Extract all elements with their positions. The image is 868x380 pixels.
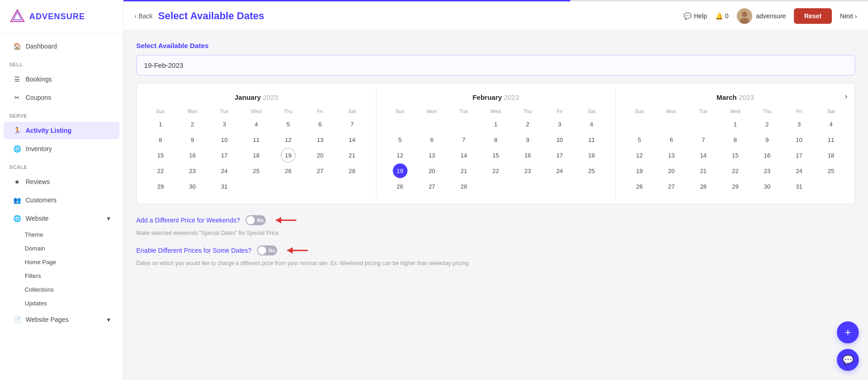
progress-bar-track <box>123 0 868 1</box>
section-scale-label: Scale <box>0 158 123 173</box>
sidebar-item-activity-listing[interactable]: 🏃 Activity Listing <box>4 122 119 139</box>
chevron-down-icon: ▾ <box>107 215 110 222</box>
progress-bar-fill <box>123 0 570 1</box>
section-sell-label: Sell <box>0 55 123 70</box>
sidebar-item-homepage[interactable]: Home Page <box>19 255 121 269</box>
back-arrow-icon: ‹ <box>134 12 137 20</box>
calendar-next-button[interactable]: › <box>845 92 847 101</box>
bell-icon: 🔔 <box>715 12 723 20</box>
coupons-icon: ✂ <box>13 93 21 102</box>
next-button[interactable]: Next › <box>840 12 857 20</box>
special-dates-arrow-indicator <box>283 244 310 257</box>
fab-chat-button[interactable]: 💬 <box>837 349 859 371</box>
customers-icon: 👥 <box>13 196 21 204</box>
date-section-title: Select Available Dates <box>136 42 855 49</box>
sidebar: ADVENSURE 🏠 Dashboard Sell ☰ Bookings ✂ … <box>0 0 123 380</box>
cal-march-header: March 2023 <box>624 93 847 101</box>
cal-january-dow: Sun Mon Tue Wed Thu Fri Sat 1 2 3 4 5 6 … <box>145 107 368 194</box>
sidebar-item-bookings[interactable]: ☰ Bookings <box>4 71 119 88</box>
weekend-price-label: Add a Different Price for Weekends? <box>136 217 240 224</box>
notification-button[interactable]: 🔔 0 <box>715 12 729 20</box>
weekend-price-toggle[interactable]: No <box>246 215 266 225</box>
sidebar-item-website[interactable]: 🌐 Website ▾ <box>4 210 119 227</box>
inventory-icon: 🌐 <box>13 145 21 153</box>
user-menu[interactable]: advensure <box>737 8 786 24</box>
section-serve-label: Serve <box>0 107 123 121</box>
help-button[interactable]: 💬 Help <box>684 12 707 20</box>
weekend-price-toggle-row: Add a Different Price for Weekends? No <box>136 213 855 227</box>
avatar <box>737 8 752 24</box>
next-arrow-icon: › <box>855 12 857 20</box>
cal-feb-19-selected[interactable]: 19 <box>393 163 407 178</box>
special-dates-label: Enable Different Prices for Some Dates? <box>136 247 252 254</box>
weekend-price-no-label: No <box>257 217 264 223</box>
chat-icon: 💬 <box>684 12 691 20</box>
logo-area: ADVENSURE <box>0 0 123 33</box>
special-dates-desc: Dates on which you would like to charge … <box>136 260 855 266</box>
weekend-arrow-indicator <box>271 213 299 227</box>
activity-icon: 🏃 <box>13 126 21 135</box>
website-icon: 🌐 <box>13 214 21 223</box>
home-icon: 🏠 <box>13 42 21 50</box>
brand-name: ADVENSURE <box>29 12 85 22</box>
weekend-price-desc: Make selected weekends "Special Dates" f… <box>136 230 855 236</box>
sidebar-item-collections[interactable]: Collections <box>19 283 121 296</box>
special-dates-toggle-row: Enable Different Prices for Some Dates? … <box>136 244 855 257</box>
cal-february-dow: Sun Mon Tue Wed Thu Fri Sat 1 2 3 4 <box>385 107 607 194</box>
fab-add-button[interactable]: + <box>837 321 859 343</box>
main-content: ‹ Back Select Available Dates 💬 Help 🔔 0… <box>123 0 868 380</box>
pages-icon: 📄 <box>13 315 21 324</box>
sidebar-item-filters[interactable]: Filters <box>19 269 121 282</box>
svg-point-3 <box>742 11 747 17</box>
sidebar-item-coupons[interactable]: ✂ Coupons <box>4 89 119 106</box>
topbar: ‹ Back Select Available Dates 💬 Help 🔔 0… <box>123 1 868 31</box>
content-area: Select Available Dates › January 2023 Su… <box>123 31 868 380</box>
calendars-container: › January 2023 Sun Mon Tue Wed Thu Fri S… <box>136 83 855 204</box>
sidebar-item-customers[interactable]: 👥 Customers <box>4 191 119 209</box>
sidebar-item-inventory[interactable]: 🌐 Inventory <box>4 140 119 157</box>
website-submenu: Theme Domain Home Page Filters Collectio… <box>0 228 123 310</box>
toggle-section: Add a Different Price for Weekends? No M… <box>136 213 855 266</box>
calendar-february: February 2023 Sun Mon Tue Wed Thu Fri Sa… <box>376 88 616 199</box>
sidebar-item-updates[interactable]: Updates <box>19 297 121 310</box>
reset-button[interactable]: Reset <box>794 8 831 24</box>
back-button[interactable]: ‹ Back <box>134 12 153 20</box>
svg-marker-8 <box>287 247 293 254</box>
date-input[interactable] <box>136 55 855 76</box>
sidebar-item-dashboard[interactable]: 🏠 Dashboard <box>4 38 119 55</box>
svg-marker-1 <box>13 12 21 20</box>
sidebar-item-website-pages[interactable]: 📄 Website Pages ▾ <box>4 311 119 328</box>
svg-marker-6 <box>276 217 281 223</box>
chevron-down-icon-pages: ▾ <box>107 316 110 323</box>
logo-icon <box>9 8 26 25</box>
special-dates-toggle[interactable]: No <box>257 245 277 255</box>
special-dates-no-label: No <box>268 248 275 253</box>
sidebar-item-theme[interactable]: Theme <box>19 228 121 241</box>
star-icon: ★ <box>13 178 21 186</box>
topbar-left: ‹ Back Select Available Dates <box>134 10 264 22</box>
cal-march-dow: Sun Mon Tue Wed Thu Fri Sat 1 2 3 4 <box>624 107 847 194</box>
page-title: Select Available Dates <box>158 10 264 22</box>
calendar-march: March 2023 Sun Mon Tue Wed Thu Fri Sat 1… <box>615 88 855 199</box>
sidebar-item-reviews[interactable]: ★ Reviews <box>4 173 119 190</box>
topbar-right: 💬 Help 🔔 0 advensure Reset Next › <box>684 8 857 24</box>
cal-january-header: January 2023 <box>145 93 368 101</box>
bookings-icon: ☰ <box>13 75 21 83</box>
cal-jan-19[interactable]: 19 <box>281 148 295 163</box>
sidebar-item-domain[interactable]: Domain <box>19 242 121 255</box>
cal-february-header: February 2023 <box>385 93 607 101</box>
calendar-january: January 2023 Sun Mon Tue Wed Thu Fri Sat… <box>137 88 376 199</box>
